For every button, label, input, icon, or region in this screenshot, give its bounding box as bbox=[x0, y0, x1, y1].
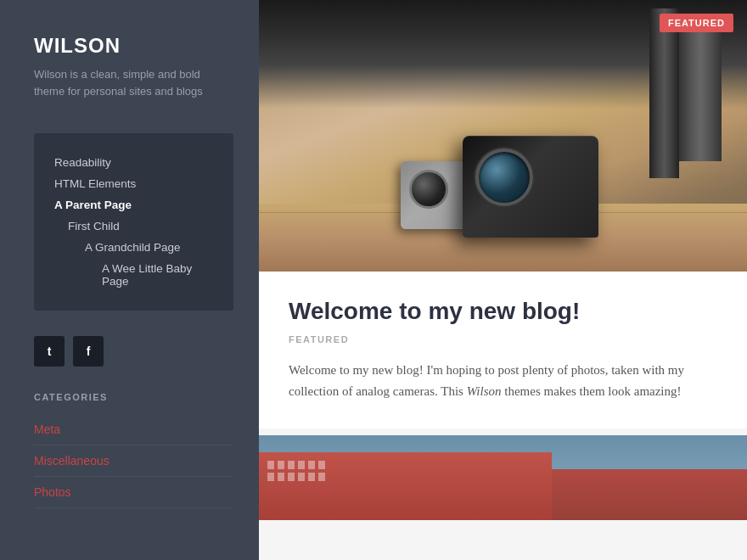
facebook-icon: f bbox=[87, 344, 91, 358]
sidebar-brand: WILSON Wilson is a clean, simple and bol… bbox=[34, 34, 233, 99]
categories-heading: CATEGORIES bbox=[34, 392, 233, 402]
twitter-icon: t bbox=[48, 344, 52, 358]
building-scene bbox=[259, 435, 747, 520]
post-title-1: Welcome to my new blog! bbox=[289, 297, 717, 326]
category-meta[interactable]: Meta bbox=[34, 414, 233, 445]
sidebar-item-first-child[interactable]: First Child bbox=[54, 216, 213, 237]
post-card-1: FEATURED Welcome to my new blog! FEATURE… bbox=[259, 0, 747, 428]
camera-scene bbox=[259, 0, 747, 272]
window-grid bbox=[267, 461, 325, 481]
category-photos[interactable]: Photos bbox=[34, 477, 233, 508]
building-1 bbox=[259, 452, 552, 520]
categories-section: CATEGORIES Meta Miscellaneous Photos bbox=[34, 392, 233, 508]
sidebar: WILSON Wilson is a clean, simple and bol… bbox=[0, 0, 259, 560]
sidebar-nav: Readability HTML Elements A Parent Page … bbox=[34, 133, 233, 311]
sidebar-item-html-elements[interactable]: HTML Elements bbox=[54, 173, 213, 194]
featured-badge: FEATURED bbox=[660, 14, 733, 32]
sidebar-item-baby-page[interactable]: A Wee Little Baby Page bbox=[54, 258, 213, 292]
lens-fat bbox=[679, 25, 722, 161]
building-2 bbox=[552, 469, 747, 520]
sidebar-item-grandchild[interactable]: A Grandchild Page bbox=[54, 237, 213, 258]
post-excerpt-1: Welcome to my new blog! I'm hoping to po… bbox=[289, 360, 717, 403]
post-body-1: Welcome to my new blog! FEATURED Welcome… bbox=[259, 272, 747, 428]
site-description: Wilson is a clean, simple and bold theme… bbox=[34, 66, 233, 99]
sidebar-item-parent-page[interactable]: A Parent Page bbox=[54, 194, 213, 216]
site-title: WILSON bbox=[34, 34, 233, 58]
main-content: FEATURED Welcome to my new blog! FEATURE… bbox=[259, 0, 747, 560]
category-miscellaneous[interactable]: Miscellaneous bbox=[34, 445, 233, 477]
lens-tall bbox=[649, 8, 679, 178]
camera-main bbox=[463, 136, 598, 238]
social-bar: t f bbox=[34, 336, 233, 367]
facebook-button[interactable]: f bbox=[73, 336, 104, 367]
sidebar-item-readability[interactable]: Readability bbox=[54, 152, 213, 173]
twitter-button[interactable]: t bbox=[34, 336, 65, 367]
post-card-2 bbox=[259, 435, 747, 520]
post-tag-1: FEATURED bbox=[289, 334, 717, 344]
post-image-1: FEATURED bbox=[259, 0, 747, 272]
excerpt-italic: Wilson bbox=[467, 384, 502, 398]
